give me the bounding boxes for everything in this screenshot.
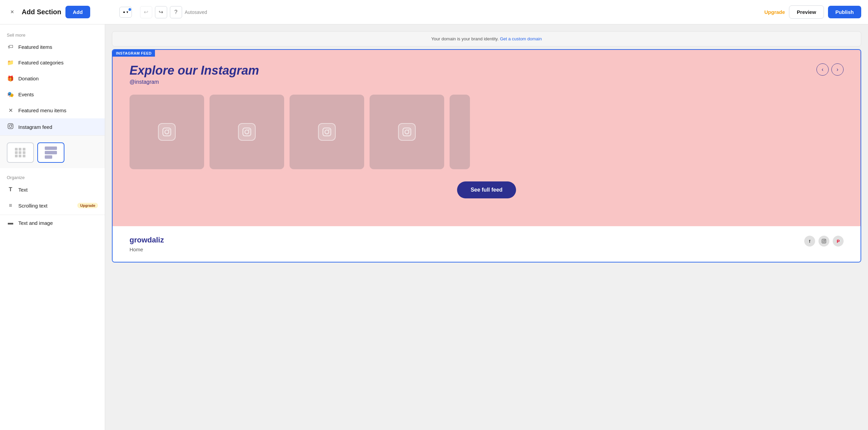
svg-point-8 (249, 129, 250, 131)
preview-button[interactable]: Preview (789, 5, 824, 19)
sidebar-item-label: Text and image (18, 220, 53, 226)
see-full-feed-button[interactable]: See full feed (457, 181, 516, 198)
svg-point-7 (245, 130, 249, 134)
svg-point-17 (825, 240, 825, 240)
svg-point-11 (329, 129, 330, 131)
toolbar-center: ▪ ▾ ↩ ↪ ? Autosaved (113, 6, 760, 18)
footer-nav: Home (130, 247, 164, 252)
instagram-icon (7, 123, 14, 131)
instagram-image-2 (210, 95, 284, 169)
svg-point-10 (325, 130, 329, 134)
sidebar-item-label: Featured items (18, 44, 52, 50)
sidebar-item-label: Donation (18, 76, 39, 81)
sidebar-item-instagram-feed[interactable]: Instagram feed (0, 118, 105, 135)
add-button[interactable]: Add (65, 6, 90, 18)
sidebar-item-label: Scrolling text (18, 203, 47, 209)
instagram-placeholder-icon-2 (238, 123, 256, 141)
svg-rect-0 (8, 124, 13, 129)
content-area: Your domain is your brand identity. Get … (105, 24, 868, 430)
svg-point-16 (823, 240, 825, 242)
sidebar-item-label: Featured categories (18, 60, 63, 65)
tag-icon: 🏷 (7, 44, 14, 50)
instagram-header: Explore our Instagram @instagram ‹ › (130, 63, 844, 85)
publish-button[interactable]: Publish (828, 6, 861, 18)
facebook-icon: f (804, 236, 815, 247)
text-icon: T (7, 186, 14, 193)
sidebar-item-label: Featured menu items (18, 108, 66, 113)
sidebar-item-label: Instagram feed (18, 124, 52, 130)
organize-label: Organize (0, 172, 105, 181)
sidebar-item-featured-categories[interactable]: 📁 Featured categories (0, 55, 105, 71)
gift-icon: 🎁 (7, 75, 14, 82)
sidebar-item-text-and-image[interactable]: ▬ Text and image (0, 215, 105, 231)
instagram-images (130, 95, 844, 169)
sidebar-item-featured-items[interactable]: 🏷 Featured items (0, 39, 105, 55)
sidebar-item-featured-menu[interactable]: ✕ Featured menu items (0, 102, 105, 118)
instagram-title-block: Explore our Instagram @instagram (130, 63, 259, 85)
grid-layout-icon (15, 148, 26, 157)
svg-point-13 (405, 130, 409, 134)
see-full-feed-container: See full feed (130, 181, 844, 198)
pinterest-icon: P (833, 236, 844, 247)
toolbar-title: Add Section (22, 8, 61, 16)
sidebar-item-label: Text (18, 187, 28, 193)
footer-logo: growdaliz (130, 236, 164, 245)
instagram-image-4 (370, 95, 444, 169)
svg-point-2 (12, 124, 12, 125)
instagram-feed-section: INSTAGRAM FEED Explore our Instagram @in… (113, 50, 861, 226)
main-layout: Sell more 🏷 Featured items 📁 Featured ca… (0, 24, 868, 430)
sidebar-item-scrolling-text[interactable]: ≡ Scrolling text Upgrade (0, 198, 105, 213)
svg-rect-3 (163, 128, 171, 136)
redo-button[interactable]: ↪ (155, 6, 167, 18)
upgrade-link[interactable]: Upgrade (764, 9, 785, 15)
custom-domain-link[interactable]: Get a custom domain (500, 36, 542, 41)
sell-more-label: Sell more (0, 30, 105, 39)
preview-container: INSTAGRAM FEED Explore our Instagram @in… (112, 49, 861, 262)
sidebar-item-donation[interactable]: 🎁 Donation (0, 71, 105, 86)
close-button[interactable]: × (7, 7, 18, 18)
footer-socials: f P (804, 236, 844, 247)
instagram-feed-label: INSTAGRAM FEED (113, 50, 155, 57)
next-button[interactable]: › (831, 63, 844, 76)
svg-point-4 (165, 130, 169, 134)
instagram-title: Explore our Instagram (130, 63, 259, 78)
chevron-down-icon: ▾ (126, 10, 128, 14)
svg-rect-12 (403, 128, 411, 136)
row-layout-icon (45, 146, 57, 159)
prev-button[interactable]: ‹ (816, 63, 829, 76)
menu-x-icon: ✕ (7, 107, 14, 114)
svg-point-5 (169, 129, 170, 131)
svg-point-14 (409, 129, 410, 131)
svg-rect-9 (323, 128, 331, 136)
events-icon: 🎭 (7, 91, 14, 98)
layout-grid-option[interactable] (7, 142, 34, 163)
toolbar: × Add Section Add ▪ ▾ ↩ ↪ ? Autosaved Up… (0, 0, 868, 24)
svg-rect-6 (243, 128, 251, 136)
instagram-handle: @instagram (130, 79, 259, 85)
dot-indicator (129, 8, 131, 11)
instagram-nav: ‹ › (816, 63, 844, 76)
instagram-image-1 (130, 95, 204, 169)
footer-left: growdaliz Home (130, 236, 164, 252)
desktop-icon: ▪ (123, 9, 125, 15)
sidebar: Sell more 🏷 Featured items 📁 Featured ca… (0, 24, 105, 430)
sidebar-item-text[interactable]: T Text (0, 181, 105, 198)
scrolling-text-icon: ≡ (7, 202, 14, 209)
toolbar-left: × Add Section Add (7, 6, 108, 18)
help-button[interactable]: ? (170, 6, 182, 18)
instagram-image-3 (290, 95, 364, 169)
instagram-placeholder-icon-1 (158, 123, 176, 141)
upgrade-badge[interactable]: Upgrade (77, 203, 98, 208)
site-footer: growdaliz Home f P (113, 226, 861, 262)
text-image-icon: ▬ (7, 220, 14, 226)
instagram-image-partial (450, 95, 470, 169)
instagram-social-icon (818, 236, 829, 247)
instagram-placeholder-icon-4 (398, 123, 416, 141)
sidebar-item-events[interactable]: 🎭 Events (0, 86, 105, 102)
folder-icon: 📁 (7, 59, 14, 66)
layout-row-option[interactable] (37, 142, 64, 163)
instagram-placeholder-icon-3 (318, 123, 336, 141)
sidebar-item-label: Events (18, 92, 34, 97)
undo-button[interactable]: ↩ (140, 6, 152, 18)
svg-point-1 (9, 125, 12, 128)
